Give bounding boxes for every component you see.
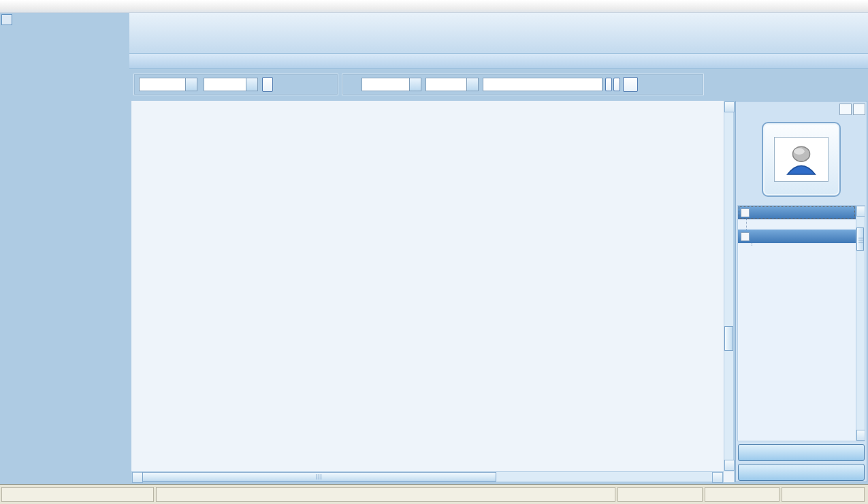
patient-details-scroll-area xyxy=(737,205,865,441)
chevron-down-icon xyxy=(409,78,421,91)
patient-summary-button[interactable] xyxy=(738,464,865,481)
appointment-table xyxy=(131,101,734,482)
person-icon xyxy=(782,142,820,176)
search-filter-group xyxy=(342,74,704,95)
support-info xyxy=(1,487,154,502)
scroll-up-icon[interactable] xyxy=(724,101,735,112)
vertical-scrollbar[interactable] xyxy=(724,101,734,471)
license-info xyxy=(782,487,865,502)
search-field-dropdown[interactable] xyxy=(361,78,421,91)
vertical-scroll-thumb[interactable] xyxy=(724,326,733,351)
scroll-right-icon[interactable] xyxy=(712,472,723,483)
status-dropdown[interactable] xyxy=(204,78,258,91)
record-count xyxy=(617,487,703,502)
filter-bar xyxy=(129,71,868,98)
menu-bar xyxy=(0,0,868,13)
registered-user-info xyxy=(156,487,615,502)
period-dropdown[interactable] xyxy=(139,78,197,91)
logged-user xyxy=(705,487,779,502)
match-type-dropdown[interactable] xyxy=(425,78,479,91)
collapse-minus-icon[interactable] xyxy=(741,208,750,217)
scroll-down-icon[interactable] xyxy=(724,460,735,471)
horizontal-scrollbar[interactable] xyxy=(131,471,724,482)
search-button[interactable] xyxy=(623,77,638,92)
panel-scroll-thumb[interactable] xyxy=(856,227,864,251)
collapse-minus-icon[interactable] xyxy=(741,232,750,241)
panel-expand-button[interactable] xyxy=(839,104,852,115)
chevron-down-icon xyxy=(185,78,197,91)
scroll-up-icon[interactable] xyxy=(856,206,865,217)
status-bar xyxy=(0,484,868,504)
chevron-down-icon xyxy=(246,78,257,91)
search-input[interactable] xyxy=(483,78,602,91)
period-filter-group xyxy=(133,74,338,95)
toolbar xyxy=(129,12,868,54)
patient-details-section-header[interactable] xyxy=(738,206,856,219)
file-manager-button[interactable] xyxy=(738,444,865,461)
patient-visit-panel xyxy=(735,101,867,482)
patient-summary-text xyxy=(746,219,865,230)
page-title xyxy=(129,54,868,69)
panel-scrollbar[interactable] xyxy=(856,206,865,441)
patient-photo-button[interactable] xyxy=(762,122,841,197)
horizontal-scroll-thumb[interactable] xyxy=(142,472,496,482)
sidebar-collapse-button[interactable] xyxy=(1,14,12,25)
clear-search-button[interactable] xyxy=(613,78,620,91)
scroll-left-icon[interactable] xyxy=(132,472,143,483)
clear-filter-button[interactable] xyxy=(262,77,273,92)
visit-tree xyxy=(752,243,865,246)
sidebar xyxy=(0,12,129,484)
avatar xyxy=(774,137,829,182)
patient-visits-section-header[interactable] xyxy=(738,230,856,243)
filter-button[interactable] xyxy=(605,78,612,91)
panel-close-button[interactable] xyxy=(853,104,865,115)
chevron-down-icon xyxy=(466,78,478,91)
scroll-down-icon[interactable] xyxy=(856,430,865,441)
